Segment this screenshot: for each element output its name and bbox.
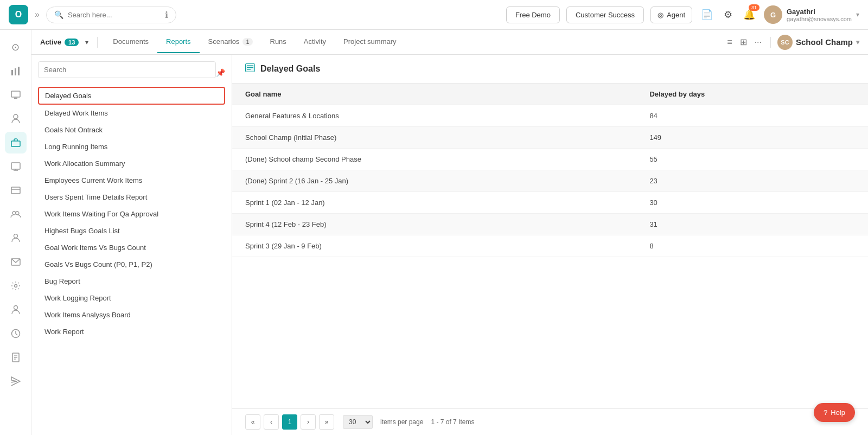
columns-icon[interactable]: ⊞ (738, 35, 749, 49)
svg-point-15 (14, 306, 17, 310)
pin-icon[interactable]: 📌 (216, 68, 225, 77)
svg-rect-2 (18, 67, 20, 75)
search-bar[interactable]: 🔍 ℹ (46, 7, 176, 23)
sidebar-item-chart[interactable] (5, 60, 27, 82)
nav-expand-icon[interactable]: » (35, 10, 40, 20)
sidebar-item-person[interactable] (5, 108, 27, 130)
items-per-page-label: items per page (380, 418, 423, 426)
sidebar-search-input[interactable] (38, 61, 216, 78)
sidebar-item-card[interactable] (5, 180, 27, 201)
user-email: gayathri@snovasys.com (787, 16, 852, 22)
report-item-work-report[interactable]: Work Report (38, 323, 225, 340)
sidebar-item-people[interactable] (5, 227, 27, 249)
left-sidebar: ⊙ (0, 30, 31, 435)
report-item-work-items-analysys-board[interactable]: Work Items Analysys Board (38, 306, 225, 323)
cell-goal-name: School Champ (Initial Phase) (232, 127, 636, 149)
scenarios-badge: 1 (242, 38, 252, 46)
pagination-last-button[interactable]: » (319, 414, 334, 430)
cell-delayed-days: 84 (636, 105, 868, 127)
pagination-first-button[interactable]: « (245, 414, 260, 430)
sidebar-item-settings[interactable] (5, 275, 27, 297)
tab-reports[interactable]: Reports (157, 31, 200, 53)
content-area: 📌 Delayed Goals Delayed Work Items Goals… (31, 55, 868, 435)
free-demo-button[interactable]: Free Demo (506, 7, 560, 23)
table-row: School Champ (Initial Phase)149 (232, 127, 868, 149)
report-item-goals-vs-bugs-count[interactable]: Goals Vs Bugs Count (P0, P1, P2) (38, 256, 225, 273)
report-content: Delayed Goals Goal name Delayed by days … (232, 55, 868, 435)
items-per-page-select[interactable]: 30 50 100 (343, 415, 373, 429)
secondary-nav: Active 13 ▾ Documents Reports Scenarios … (31, 30, 868, 55)
report-title: Delayed Goals (260, 64, 320, 74)
active-dropdown-button[interactable]: ▾ (83, 37, 91, 47)
sidebar-item-user-settings[interactable] (5, 299, 27, 321)
tab-documents[interactable]: Documents (104, 31, 157, 53)
sidebar-item-group[interactable] (5, 203, 27, 225)
report-item-work-logging-report[interactable]: Work Logging Report (38, 290, 225, 306)
items-count: 1 - 7 of 7 Items (431, 418, 474, 426)
report-item-bug-report[interactable]: Bug Report (38, 273, 225, 290)
report-item-delayed-work-items[interactable]: Delayed Work Items (38, 105, 225, 121)
sidebar-item-home[interactable]: ⊙ (5, 36, 27, 58)
main-layout: Active 13 ▾ Documents Reports Scenarios … (31, 30, 868, 435)
report-item-delayed-goals[interactable]: Delayed Goals (38, 87, 225, 105)
svg-point-5 (14, 114, 18, 119)
pagination-next-button[interactable]: › (301, 414, 316, 430)
help-button[interactable]: ? Help (814, 403, 855, 422)
tab-scenarios[interactable]: Scenarios 1 (200, 31, 261, 53)
help-icon: ? (824, 408, 827, 417)
top-nav: O » 🔍 ℹ Free Demo Customer Success ◎ Age… (0, 0, 868, 30)
pagination-prev-button[interactable]: ‹ (264, 414, 279, 430)
svg-point-11 (16, 212, 19, 215)
report-item-goals-not-ontrack[interactable]: Goals Not Ontrack (38, 121, 225, 138)
settings-nav-button[interactable]: ⚙ (722, 7, 735, 23)
tab-project-summary[interactable]: Project summary (335, 31, 405, 53)
sidebar-item-clock[interactable] (5, 323, 27, 344)
tab-activity[interactable]: Activity (295, 31, 335, 53)
report-item-users-spent-time-details[interactable]: Users Spent Time Details Report (38, 189, 225, 206)
sidebar-item-send[interactable] (5, 370, 27, 392)
report-item-long-running-items[interactable]: Long Running Items (38, 138, 225, 155)
svg-rect-4 (14, 98, 17, 99)
customer-success-button[interactable]: Customer Success (566, 7, 644, 23)
user-dropdown-arrow[interactable]: ▾ (856, 11, 859, 18)
sidebar-item-report[interactable] (5, 347, 27, 368)
report-item-work-allocation-summary[interactable]: Work Allocation Summary (38, 155, 225, 172)
pagination: « ‹ 1 › » 30 50 100 items per page 1 - 7… (232, 408, 868, 435)
table-row: General Features & Locations84 (232, 105, 868, 127)
cell-delayed-days: 149 (636, 127, 868, 149)
search-icon: 🔍 (54, 10, 63, 19)
info-icon[interactable]: ℹ (165, 10, 168, 20)
cell-goal-name: Sprint 4 (12 Feb - 23 Feb) (232, 214, 636, 235)
report-item-work-items-waiting-for-qa[interactable]: Work Items Waiting For Qa Approval (38, 206, 225, 222)
notifications-button[interactable]: 🔔 31 (741, 7, 757, 23)
report-item-employees-current-work-items[interactable]: Employees Current Work Items (38, 172, 225, 189)
agent-icon: ◎ (658, 11, 663, 19)
sidebar-item-monitor[interactable] (5, 84, 27, 106)
report-item-highest-bugs-goals-list[interactable]: Highest Bugs Goals List (38, 222, 225, 239)
user-section[interactable]: G Gayathri gayathri@snovasys.com ▾ (764, 5, 859, 24)
search-input[interactable] (68, 11, 158, 19)
agent-button[interactable]: ◎ Agent (650, 7, 692, 23)
svg-rect-7 (11, 163, 20, 169)
sidebar-item-mail[interactable] (5, 251, 27, 273)
svg-point-12 (14, 234, 17, 238)
svg-rect-3 (11, 91, 20, 97)
cell-delayed-days: 55 (636, 149, 868, 170)
document-icon-button[interactable]: 📄 (699, 7, 715, 23)
sidebar-item-desktop[interactable] (5, 156, 27, 177)
col-header-delayed-by-days: Delayed by days (636, 84, 868, 105)
more-options-icon[interactable]: ··· (752, 35, 764, 49)
table-row: (Done) School champ Second Phase55 (232, 149, 868, 170)
grid-list-icon[interactable]: ≡ (725, 35, 734, 49)
svg-point-10 (12, 212, 16, 215)
tab-runs[interactable]: Runs (261, 31, 295, 53)
pagination-page-1-button[interactable]: 1 (282, 414, 297, 430)
report-item-goal-work-items-vs-bugs[interactable]: Goal Work Items Vs Bugs Count (38, 239, 225, 256)
svg-rect-6 (11, 141, 20, 146)
sidebar-item-briefcase[interactable] (5, 132, 27, 153)
sidebar-search-header: 📌 (38, 61, 225, 84)
reports-sidebar: 📌 Delayed Goals Delayed Work Items Goals… (31, 55, 232, 435)
svg-rect-0 (11, 70, 13, 75)
project-dropdown-arrow[interactable]: ▾ (856, 39, 859, 46)
cell-goal-name: General Features & Locations (232, 105, 636, 127)
